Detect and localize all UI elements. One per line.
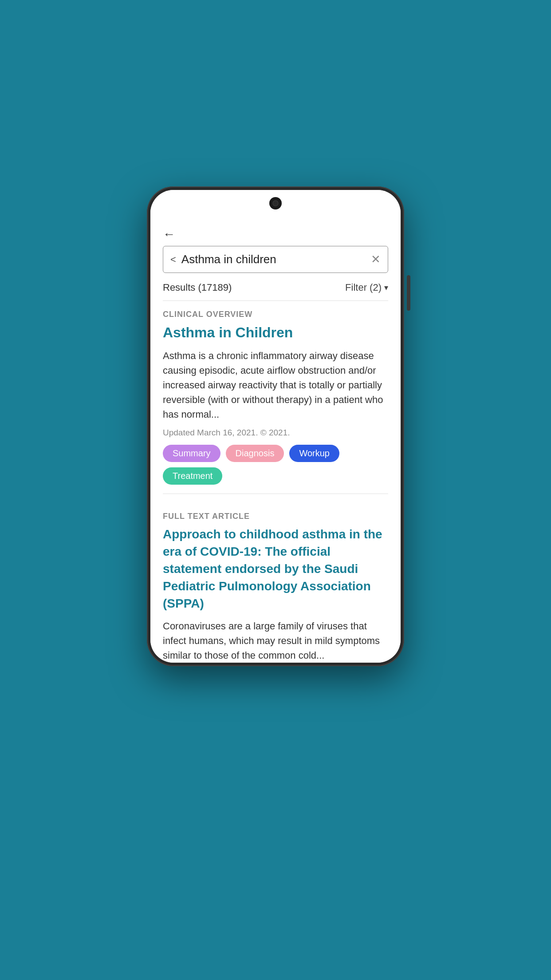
back-row: ← — [150, 217, 401, 246]
phone-side-button — [407, 275, 410, 311]
article1-updated: Updated March 16, 2021. © 2021. — [163, 428, 388, 438]
phone-mockup: ← < Asthma in children ✕ Results (17189)… — [147, 186, 404, 666]
tag-diagnosis[interactable]: Diagnosis — [226, 445, 284, 462]
article2-section-type: FULL TEXT ARTICLE — [163, 512, 388, 521]
filter-label: Filter (2) — [345, 282, 382, 293]
article2-section: FULL TEXT ARTICLE Approach to childhood … — [150, 503, 401, 663]
article1-section: CLINICAL OVERVIEW Asthma in Children Ast… — [150, 301, 401, 485]
app-content: ← < Asthma in children ✕ Results (17189)… — [150, 217, 401, 663]
filter-button[interactable]: Filter (2) ▾ — [345, 282, 388, 293]
results-filter-row: Results (17189) Filter (2) ▾ — [150, 280, 401, 300]
article1-section-type: CLINICAL OVERVIEW — [163, 310, 388, 319]
tag-summary[interactable]: Summary — [163, 445, 220, 462]
article1-tags: Summary Diagnosis Workup Treatment — [163, 445, 388, 485]
phone-frame: ← < Asthma in children ✕ Results (17189)… — [147, 186, 404, 666]
phone-screen: ← < Asthma in children ✕ Results (17189)… — [150, 190, 401, 663]
search-clear-icon[interactable]: ✕ — [371, 253, 381, 266]
article1-description: Asthma is a chronic inflammatory airway … — [163, 348, 388, 422]
mid-divider — [163, 494, 388, 494]
article2-title[interactable]: Approach to childhood asthma in the era … — [163, 526, 388, 612]
search-bar[interactable]: < Asthma in children ✕ — [163, 246, 388, 273]
back-button[interactable]: ← — [163, 227, 175, 241]
article1-title[interactable]: Asthma in Children — [163, 324, 388, 342]
search-back-icon[interactable]: < — [170, 254, 176, 265]
search-query-text: Asthma in children — [181, 253, 366, 266]
phone-notch-bar — [150, 190, 401, 217]
filter-chevron-icon: ▾ — [384, 283, 388, 292]
phone-camera — [269, 197, 282, 209]
results-count: Results (17189) — [163, 282, 232, 293]
tag-treatment[interactable]: Treatment — [163, 467, 222, 485]
tag-workup[interactable]: Workup — [289, 445, 339, 462]
article2-description: Coronaviruses are a large family of viru… — [163, 619, 388, 663]
